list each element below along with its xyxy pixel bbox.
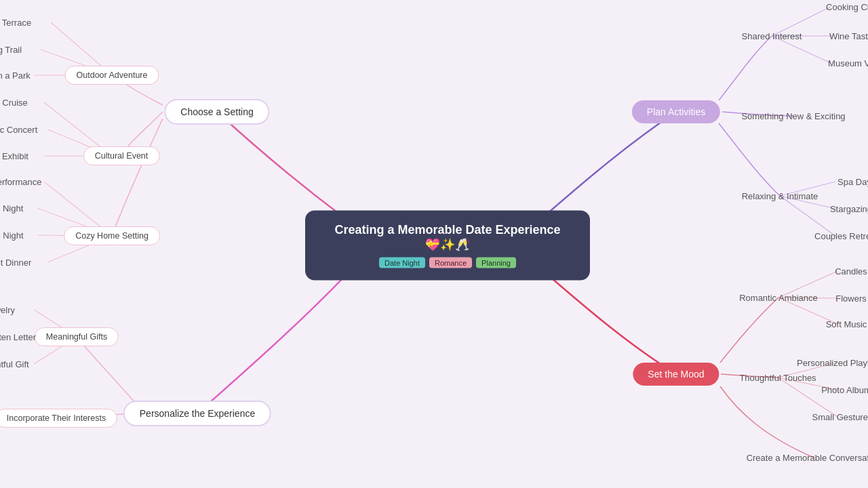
leaf-gift-label: Thoughtful Gift xyxy=(0,357,36,372)
leaf-jewelry: Jewelry xyxy=(0,302,22,318)
mindmap-canvas: Creating a Memorable Date Experience 💝✨🥂… xyxy=(0,0,868,488)
leaf-photos-label: Photo Album xyxy=(814,382,868,398)
leaf-park: Picnic in a Park xyxy=(0,68,37,83)
relaxing-node[interactable]: Relaxing & Intimate xyxy=(735,188,825,204)
leaf-gestures-label: Small Gestures xyxy=(806,409,868,425)
center-node[interactable]: Creating a Memorable Date Experience 💝✨🥂… xyxy=(305,211,590,281)
center-tags: Date Night Romance Planning xyxy=(326,258,570,268)
leaf-spa-label: Spa Day xyxy=(831,174,868,190)
leaf-jewelry-label: Jewelry xyxy=(0,302,22,318)
choose-setting-node[interactable]: Choose a Setting xyxy=(164,99,269,125)
something-new-node[interactable]: Something New & Exciting xyxy=(734,108,852,124)
leaf-music-label: Live Music Concert xyxy=(0,122,44,138)
cultural-event-node[interactable]: Cultural Event xyxy=(83,146,160,165)
personalize-node[interactable]: Personalize the Experience xyxy=(123,401,271,426)
leaf-game-label: Game Night xyxy=(0,228,31,243)
leaf-photos: Photo Album xyxy=(814,382,868,398)
cozy-home-label: Cozy Home Setting xyxy=(64,226,160,245)
choose-setting-label: Choose a Setting xyxy=(164,99,269,125)
leaf-spa: Spa Day xyxy=(831,174,868,190)
leaf-music: Live Music Concert xyxy=(0,122,44,138)
outdoor-adventure-node[interactable]: Outdoor Adventure xyxy=(65,66,159,85)
leaf-movie: Movie Night xyxy=(0,201,30,216)
set-mood-label: Set the Mood xyxy=(633,363,719,386)
leaf-movie-label: Movie Night xyxy=(0,201,30,216)
leaf-stargazing-label: Stargazing xyxy=(823,201,868,217)
incorporate-label: Incorporate Their Interests xyxy=(0,409,117,428)
leaf-theater: Theater Performance xyxy=(0,174,48,190)
leaf-playlist: Personalized Playlist xyxy=(790,355,868,371)
leaf-letter-label: Handwritten Letter xyxy=(0,329,43,345)
leaf-gallery-label: Gallery Exhibit xyxy=(0,148,35,164)
leaf-terrace: Rooftop Terrace xyxy=(0,15,38,30)
leaf-couples-label: Couples Retreat xyxy=(808,228,868,244)
thoughtful-touches-label: Thoughtful Touches xyxy=(732,370,823,386)
leaf-soft-music-label: Soft Music xyxy=(819,317,868,332)
relaxing-label: Relaxing & Intimate xyxy=(735,188,825,204)
shared-interest-node[interactable]: Shared Interest xyxy=(735,28,809,44)
leaf-sunset-label: Sunset Cruise xyxy=(0,95,35,110)
incorporate-node[interactable]: Incorporate Their Interests xyxy=(0,409,117,428)
create-memorable-node[interactable]: Create a Memorable Conversation xyxy=(740,450,868,466)
leaf-stargazing: Stargazing xyxy=(823,201,868,217)
center-title: Creating a Memorable Date Experience 💝✨🥂 xyxy=(326,223,570,252)
cozy-home-node[interactable]: Cozy Home Setting xyxy=(64,226,160,245)
leaf-hiking: Hiking Trail xyxy=(0,42,28,58)
create-memorable-label: Create a Memorable Conversation xyxy=(740,450,868,466)
leaf-gestures: Small Gestures xyxy=(806,409,868,425)
leaf-wine-label: Wine Tasting xyxy=(823,28,868,44)
leaf-sunset: Sunset Cruise xyxy=(0,95,35,110)
leaf-museum-label: Museum Visit xyxy=(821,56,868,71)
leaf-hiking-label: Hiking Trail xyxy=(0,42,28,58)
plan-activities-node[interactable]: Plan Activities xyxy=(632,100,720,123)
leaf-cooking-label: Cooking Class xyxy=(819,0,868,15)
plan-activities-label: Plan Activities xyxy=(632,100,720,123)
leaf-candlelit: Candlelit Dinner xyxy=(0,255,38,270)
leaf-cooking: Cooking Class xyxy=(819,0,868,15)
leaf-flowers: Flowers xyxy=(829,291,868,306)
leaf-game: Game Night xyxy=(0,228,31,243)
leaf-park-label: Picnic in a Park xyxy=(0,68,37,83)
leaf-theater-label: Theater Performance xyxy=(0,174,48,190)
tag-planning: Planning xyxy=(476,258,516,268)
leaf-letter: Handwritten Letter xyxy=(0,329,43,345)
leaf-soft-music: Soft Music xyxy=(819,317,868,332)
leaf-gift: Thoughtful Gift xyxy=(0,357,36,372)
something-new-label: Something New & Exciting xyxy=(734,108,852,124)
shared-interest-label: Shared Interest xyxy=(735,28,809,44)
leaf-candles-label: Candles xyxy=(828,264,868,279)
leaf-candlelit-label: Candlelit Dinner xyxy=(0,255,38,270)
leaf-playlist-label: Personalized Playlist xyxy=(790,355,868,371)
outdoor-adventure-label: Outdoor Adventure xyxy=(65,66,159,85)
tag-romance: Romance xyxy=(429,258,472,268)
leaf-gallery: Gallery Exhibit xyxy=(0,148,35,164)
leaf-couples: Couples Retreat xyxy=(808,228,868,244)
leaf-flowers-label: Flowers xyxy=(829,291,868,306)
cultural-event-label: Cultural Event xyxy=(83,146,160,165)
romantic-ambiance-label: Romantic Ambiance xyxy=(732,290,825,306)
set-mood-node[interactable]: Set the Mood xyxy=(633,363,719,386)
thoughtful-touches-node[interactable]: Thoughtful Touches xyxy=(732,370,823,386)
leaf-candles: Candles xyxy=(828,264,868,279)
leaf-wine: Wine Tasting xyxy=(823,28,868,44)
romantic-ambiance-node[interactable]: Romantic Ambiance xyxy=(732,290,825,306)
personalize-label: Personalize the Experience xyxy=(123,401,271,426)
tag-date-night: Date Night xyxy=(379,258,425,268)
meaningful-gifts-label: Meaningful Gifts xyxy=(35,327,119,346)
leaf-museum: Museum Visit xyxy=(821,56,868,71)
leaf-terrace-label: Rooftop Terrace xyxy=(0,15,38,30)
meaningful-gifts-node[interactable]: Meaningful Gifts xyxy=(35,327,119,346)
